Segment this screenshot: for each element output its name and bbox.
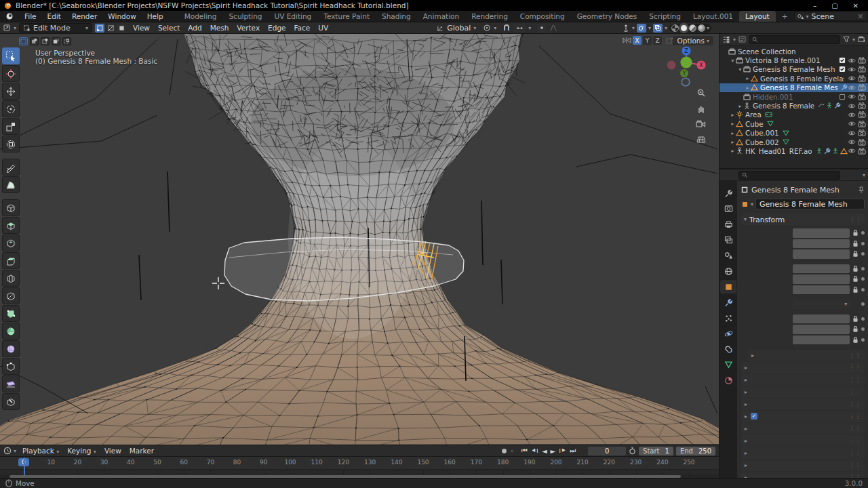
transform-field-value[interactable] xyxy=(793,325,850,334)
navigation-gizmo[interactable]: Z X Y xyxy=(666,42,709,87)
section-viewport-display[interactable]: ▸ ⋮⋮ xyxy=(741,447,865,459)
outliner-row[interactable]: ▸ Cube xyxy=(719,119,868,128)
transform-field-value[interactable] xyxy=(793,314,850,324)
mirror-x-button[interactable]: X xyxy=(633,36,642,45)
editor-type-button[interactable]: ▾ xyxy=(3,24,16,32)
tool-poly-build[interactable] xyxy=(2,305,20,322)
camera-icon[interactable] xyxy=(858,129,866,136)
camera-icon[interactable] xyxy=(858,84,866,91)
properties-tab-constraints[interactable] xyxy=(720,342,736,356)
outliner-row[interactable]: ▸ Cube.002 xyxy=(719,138,868,146)
shading-dropdown[interactable]: ▾ xyxy=(707,25,709,31)
viewport-menu-vertex[interactable]: Vertex xyxy=(233,24,264,32)
eye-icon[interactable] xyxy=(848,85,856,91)
eye-icon[interactable] xyxy=(848,58,856,64)
properties-tab-physics[interactable] xyxy=(720,327,736,340)
select-set-button[interactable] xyxy=(19,37,28,45)
vertex-select-button[interactable] xyxy=(95,24,104,33)
tool-measure[interactable] xyxy=(2,176,20,193)
section-motion-blur[interactable]: ▸ ✓ ⋮⋮ xyxy=(741,411,865,422)
animate-dot[interactable] xyxy=(861,327,865,331)
transform-field-value[interactable] xyxy=(793,285,850,295)
object-icon[interactable] xyxy=(741,201,749,208)
section-checkbox[interactable]: ✓ xyxy=(751,413,757,420)
frame-start-field[interactable]: Start 1 xyxy=(639,447,673,455)
timeline-tick-strip[interactable] xyxy=(0,469,719,474)
workspace-tab-scripting[interactable]: Scripting xyxy=(643,11,687,22)
workspace-tab-rendering[interactable]: Rendering xyxy=(465,11,514,22)
orientation-dropdown[interactable]: Global xyxy=(447,24,471,33)
eye-icon[interactable] xyxy=(848,121,856,127)
workspace-tab-uv-editing[interactable]: UV Editing xyxy=(268,11,317,22)
viewport-menu-select[interactable]: Select xyxy=(154,24,184,32)
tool-cursor[interactable] xyxy=(2,65,20,82)
section-visibility[interactable]: ▸ ⋮⋮ xyxy=(741,435,865,447)
tool-inset-faces[interactable] xyxy=(2,235,20,251)
prev-keyframe-button[interactable]: ⯇ı xyxy=(531,447,538,455)
menu-file[interactable]: File xyxy=(19,12,42,20)
workspace-tab-geometry-nodes[interactable]: Geometry Nodes xyxy=(571,11,644,22)
rendered-shading-button[interactable] xyxy=(698,24,705,32)
lock-icon[interactable] xyxy=(852,336,859,344)
object-name-input[interactable]: Genesis 8 Female Mesh xyxy=(755,199,865,209)
filter-display-icon[interactable] xyxy=(738,36,746,43)
tool-annotate[interactable] xyxy=(2,159,20,176)
timeline-menu-playback[interactable]: Playback ▾ xyxy=(18,447,63,455)
expand-arrow-icon[interactable]: ▸ xyxy=(730,148,736,154)
timeline-editor-icon[interactable] xyxy=(3,447,12,455)
jump-start-button[interactable]: ⏮ xyxy=(521,447,528,455)
current-frame-field[interactable]: 0 xyxy=(588,447,626,455)
viewport-menu-edge[interactable]: Edge xyxy=(264,24,290,32)
outliner-row[interactable]: ▸ Genesis 8 Female Mesh xyxy=(719,83,868,92)
workspace-tab-layout[interactable]: Layout xyxy=(739,11,776,22)
tool-smooth[interactable] xyxy=(2,340,20,357)
new-collection-icon[interactable] xyxy=(858,36,865,43)
minimize-button[interactable]: – xyxy=(813,2,816,9)
select-intersect-button[interactable] xyxy=(62,37,71,45)
menu-window[interactable]: Window xyxy=(102,12,141,20)
expand-arrow-icon[interactable]: ▸ xyxy=(737,103,743,109)
lock-icon[interactable] xyxy=(852,265,859,272)
xray-toggle-button[interactable] xyxy=(653,24,663,33)
outliner-search-input[interactable] xyxy=(749,35,840,44)
camera-icon[interactable] xyxy=(858,94,866,100)
section-motion-paths[interactable]: ▸ ⋮⋮ xyxy=(741,399,865,410)
proportional-editing-button[interactable] xyxy=(537,24,547,33)
transform-field-value[interactable] xyxy=(793,274,850,284)
animate-dot[interactable] xyxy=(861,288,865,291)
eye-icon[interactable] xyxy=(848,103,856,109)
face-select-button[interactable] xyxy=(117,24,126,33)
lock-icon[interactable] xyxy=(852,275,859,283)
tool-rotate[interactable] xyxy=(2,100,20,117)
animate-dot[interactable] xyxy=(861,317,865,321)
outliner-row[interactable]: ▸ Area xyxy=(719,110,868,119)
scene-selector[interactable]: ▾ Scene ✕ xyxy=(794,12,867,21)
properties-tab-world[interactable] xyxy=(720,264,736,278)
select-subtract-button[interactable] xyxy=(41,37,50,45)
animate-dot[interactable] xyxy=(861,302,865,306)
mirror-z-button[interactable]: Z xyxy=(653,36,662,45)
section-line-art[interactable]: ▸ ⋮⋮ xyxy=(741,460,865,471)
show-overlays-button[interactable] xyxy=(637,24,646,33)
toggle-perspective-grid-icon[interactable] xyxy=(695,134,707,145)
checkbox-checked-icon[interactable] xyxy=(839,66,846,73)
properties-tab-object[interactable] xyxy=(720,280,736,293)
section-collections[interactable]: ▸ ⋮⋮ xyxy=(741,374,865,386)
tool-add-cube[interactable] xyxy=(2,199,20,216)
outliner-row[interactable]: ▸ Genesis 8 Female xyxy=(719,101,868,110)
expand-arrow-icon[interactable]: ▸ xyxy=(730,130,736,136)
select-invert-button[interactable] xyxy=(52,37,60,45)
tool-bevel[interactable] xyxy=(2,252,20,269)
menu-render[interactable]: Render xyxy=(66,12,102,20)
outliner-row[interactable]: ▾ Genesis 8 Female Meshes.001 xyxy=(719,65,868,74)
snap-with-dropdown[interactable] xyxy=(513,24,526,33)
tool-loop-cut[interactable] xyxy=(2,270,20,287)
playhead[interactable] xyxy=(24,458,25,475)
checkbox-checked-icon[interactable] xyxy=(839,57,846,64)
transform-field-value[interactable] xyxy=(793,249,850,259)
outliner-editor-icon[interactable] xyxy=(722,36,730,43)
snap-magnet-icon[interactable] xyxy=(502,24,511,32)
properties-tab-render[interactable] xyxy=(720,202,736,216)
eye-icon[interactable] xyxy=(848,94,856,100)
next-keyframe-button[interactable]: ı⯈ xyxy=(559,447,566,455)
